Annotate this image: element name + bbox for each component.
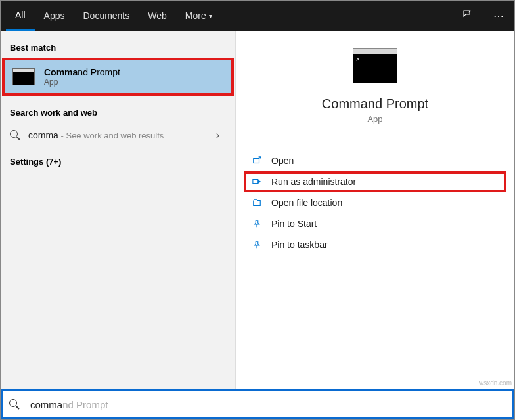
tab-apps[interactable]: Apps bbox=[35, 1, 74, 31]
best-match-title: Command Prompt bbox=[44, 67, 120, 77]
search-bar[interactable]: command Prompt bbox=[1, 389, 514, 419]
svg-rect-0 bbox=[254, 159, 259, 163]
svg-rect-1 bbox=[253, 180, 258, 184]
action-label: Open bbox=[271, 156, 294, 166]
command-prompt-icon bbox=[353, 48, 397, 83]
tab-more[interactable]: More▾ bbox=[176, 1, 221, 31]
action-label: Pin to taskbar bbox=[271, 240, 328, 250]
action-pin-to-taskbar[interactable]: Pin to taskbar bbox=[244, 234, 506, 255]
action-label: Pin to Start bbox=[271, 219, 317, 229]
chevron-right-icon: › bbox=[216, 129, 226, 141]
tab-documents[interactable]: Documents bbox=[74, 1, 139, 31]
search-hint: - See work and web results bbox=[58, 131, 164, 140]
search-web-result[interactable]: comma - See work and web results › bbox=[1, 123, 235, 148]
search-scope-tabs: All Apps Documents Web More▾ ⋯ bbox=[1, 1, 514, 31]
best-match-header: Best match bbox=[1, 40, 235, 58]
preview-subtitle: App bbox=[236, 114, 514, 124]
chevron-down-icon: ▾ bbox=[209, 12, 212, 20]
action-label: Open file location bbox=[271, 198, 342, 208]
preview-title: Command Prompt bbox=[236, 96, 514, 112]
action-open[interactable]: Open bbox=[244, 150, 506, 171]
folder-icon bbox=[252, 198, 262, 208]
tab-web[interactable]: Web bbox=[139, 1, 176, 31]
pin-icon bbox=[252, 219, 262, 229]
results-panel: Best match Command Prompt App Search wor… bbox=[1, 31, 236, 389]
more-options-icon[interactable]: ⋯ bbox=[489, 6, 508, 26]
best-match-subtitle: App bbox=[44, 77, 120, 87]
preview-actions: Open Run as administrator Open file loca… bbox=[236, 150, 514, 255]
search-icon bbox=[10, 130, 20, 140]
tab-all[interactable]: All bbox=[6, 1, 35, 31]
search-term: comma bbox=[28, 130, 58, 140]
action-open-file-location[interactable]: Open file location bbox=[244, 192, 506, 213]
best-match-result[interactable]: Command Prompt App bbox=[2, 58, 234, 96]
search-input[interactable] bbox=[28, 399, 506, 410]
pin-icon bbox=[252, 240, 262, 250]
preview-panel: Command Prompt App Open Run as administr… bbox=[236, 31, 514, 389]
search-icon bbox=[9, 399, 20, 410]
action-pin-to-start[interactable]: Pin to Start bbox=[244, 213, 506, 234]
search-web-header: Search work and web bbox=[1, 105, 235, 123]
open-icon bbox=[252, 156, 262, 166]
command-prompt-icon bbox=[12, 68, 35, 85]
watermark: wsxdn.com bbox=[479, 379, 512, 387]
feedback-icon[interactable] bbox=[458, 5, 478, 27]
shield-admin-icon bbox=[252, 177, 262, 187]
settings-results-header[interactable]: Settings (7+) bbox=[1, 148, 235, 176]
action-label: Run as administrator bbox=[271, 177, 356, 187]
action-run-as-administrator[interactable]: Run as administrator bbox=[244, 171, 506, 192]
